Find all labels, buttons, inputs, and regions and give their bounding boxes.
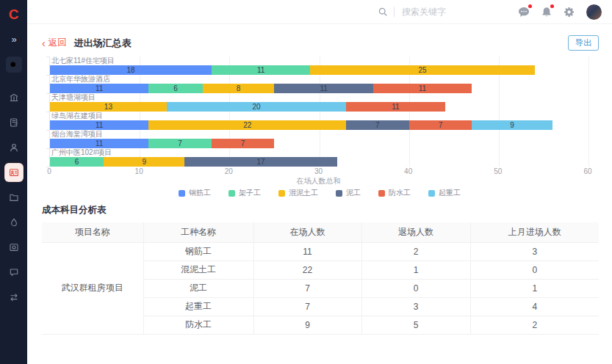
topbar bbox=[27, 0, 612, 24]
sidebar-item-card-circle[interactable] bbox=[5, 239, 23, 256]
sidebar-item-folder[interactable] bbox=[5, 189, 23, 206]
chart-x-axis-title: 在场人数总和 bbox=[49, 176, 588, 186]
cost-analysis-table: 项目名称工种名称在场人数退场人数上月进场人数 武汉群租房项目钢筋工1123混泥土… bbox=[42, 222, 599, 335]
notifications-bell-icon[interactable] bbox=[541, 7, 552, 18]
table-header-cell: 在场人数 bbox=[253, 222, 361, 242]
bar-category-label: 天津塘湖项目 bbox=[50, 93, 588, 102]
legend-swatch bbox=[278, 190, 285, 197]
search-divider bbox=[394, 7, 395, 17]
stacked-bar: 6917 bbox=[50, 157, 588, 167]
legend-swatch bbox=[428, 190, 435, 197]
bar-segment[interactable]: 11 bbox=[50, 120, 148, 130]
swap-icon bbox=[9, 292, 19, 302]
table-cell-entered_last_month: 1 bbox=[470, 279, 599, 297]
chart-category-block: 绿岛湖在建项目1122779 bbox=[50, 112, 588, 130]
chat-icon bbox=[9, 267, 19, 277]
topbar-icons bbox=[518, 4, 602, 20]
sidebar-item-swap[interactable] bbox=[5, 288, 23, 306]
project-name-cell: 武汉群租房项目 bbox=[42, 242, 143, 334]
global-search bbox=[378, 7, 483, 17]
table-cell-entered_last_month: 2 bbox=[470, 316, 599, 334]
table-header-cell: 退场人数 bbox=[361, 222, 470, 242]
chart-category-block: 北七家11#住宅项目181125 bbox=[50, 57, 588, 75]
bar-segment[interactable]: 18 bbox=[50, 65, 212, 75]
sidebar-item-user[interactable] bbox=[5, 139, 23, 156]
stacked-bar: 1122779 bbox=[50, 120, 588, 130]
bar-segment[interactable]: 13 bbox=[50, 102, 167, 112]
back-chevron-icon[interactable]: ‹ bbox=[42, 37, 46, 49]
bar-segment[interactable]: 20 bbox=[167, 102, 346, 112]
bar-segment[interactable]: 22 bbox=[148, 120, 346, 130]
stacked-bar: 11681111 bbox=[50, 84, 588, 93]
legend-item[interactable]: 架子工 bbox=[228, 188, 261, 198]
legend-item[interactable]: 泥工 bbox=[336, 188, 361, 198]
legend-label: 起重工 bbox=[439, 188, 461, 198]
notifications-badge bbox=[550, 4, 554, 8]
stacked-bar-chart: 北七家11#住宅项目181125北京年华旅游酒店11681111天津塘湖项目13… bbox=[42, 57, 597, 198]
table-cell-work_type: 混泥土工 bbox=[143, 261, 253, 279]
legend-label: 防水工 bbox=[389, 188, 411, 198]
sidebar-search-icon[interactable] bbox=[6, 57, 22, 73]
chart-category-block: 北京年华旅游酒店11681111 bbox=[50, 75, 588, 93]
bar-segment[interactable]: 9 bbox=[472, 120, 552, 130]
table-cell-exited: 0 bbox=[361, 279, 470, 297]
sidebar-item-building[interactable] bbox=[5, 89, 23, 106]
chart-x-axis: 0102030405060 bbox=[49, 167, 588, 176]
x-tick-label: 40 bbox=[404, 167, 412, 175]
bar-segment[interactable]: 11 bbox=[50, 84, 148, 93]
sidebar-expand-icon[interactable]: » bbox=[11, 34, 15, 45]
bar-segment[interactable]: 7 bbox=[346, 120, 409, 130]
x-tick-label: 60 bbox=[583, 167, 591, 175]
legend-swatch bbox=[378, 190, 385, 197]
settings-gear-icon[interactable] bbox=[564, 7, 575, 18]
bar-segment[interactable]: 7 bbox=[148, 139, 212, 148]
search-input[interactable] bbox=[402, 7, 483, 17]
legend-item[interactable]: 防水工 bbox=[378, 188, 411, 198]
bar-segment[interactable]: 7 bbox=[409, 120, 472, 130]
bar-segment[interactable]: 11 bbox=[50, 139, 148, 148]
bar-segment[interactable]: 25 bbox=[310, 65, 534, 75]
chart-plot-area: 北七家11#住宅项目181125北京年华旅游酒店11681111天津塘湖项目13… bbox=[49, 57, 588, 167]
legend-item[interactable]: 起重工 bbox=[428, 188, 461, 198]
search-icon[interactable] bbox=[378, 7, 388, 17]
sidebar-nav bbox=[5, 81, 23, 306]
bar-segment[interactable]: 11 bbox=[212, 65, 310, 75]
table-cell-exited: 2 bbox=[361, 242, 470, 261]
main-area: ‹ 返回 进出场汇总表 导出 北七家11#住宅项目181125北京年华旅游酒店1… bbox=[27, 0, 612, 364]
table-cell-exited: 3 bbox=[361, 297, 470, 316]
bar-segment[interactable]: 17 bbox=[184, 157, 337, 167]
bar-segment[interactable]: 9 bbox=[104, 157, 184, 167]
sidebar-item-chat[interactable] bbox=[5, 263, 23, 281]
table-cell-exited: 5 bbox=[361, 316, 470, 334]
bar-segment[interactable]: 7 bbox=[212, 139, 275, 148]
table-cell-on_site: 9 bbox=[253, 316, 361, 334]
messages-icon[interactable] bbox=[518, 7, 530, 18]
sidebar-item-id-card[interactable] bbox=[5, 164, 23, 181]
bar-segment[interactable]: 8 bbox=[203, 84, 275, 93]
table-cell-work_type: 泥工 bbox=[143, 279, 253, 297]
table-cell-on_site: 7 bbox=[253, 297, 361, 316]
table-row: 武汉群租房项目钢筋工1123 bbox=[42, 242, 599, 261]
user-avatar[interactable] bbox=[586, 4, 602, 20]
bar-segment[interactable]: 11 bbox=[346, 102, 444, 112]
table-cell-work_type: 起重工 bbox=[143, 297, 253, 316]
bar-segment[interactable]: 11 bbox=[274, 84, 372, 93]
legend-item[interactable]: 钢筋工 bbox=[179, 188, 211, 198]
export-button[interactable]: 导出 bbox=[568, 35, 599, 51]
legend-label: 架子工 bbox=[239, 188, 261, 198]
bar-segment[interactable]: 6 bbox=[50, 157, 104, 167]
x-tick-label: 0 bbox=[47, 167, 51, 175]
table-header-cell: 工种名称 bbox=[143, 222, 253, 242]
x-tick-label: 10 bbox=[135, 167, 143, 175]
back-link[interactable]: 返回 bbox=[48, 37, 67, 49]
bar-segment[interactable]: 6 bbox=[148, 84, 202, 93]
table-cell-on_site: 11 bbox=[253, 242, 361, 261]
bar-category-label: 绿岛湖在建项目 bbox=[50, 112, 588, 120]
chart-legend: 钢筋工架子工混泥土工泥工防水工起重工 bbox=[42, 188, 597, 198]
legend-item[interactable]: 混泥土工 bbox=[278, 188, 318, 198]
bar-segment[interactable]: 11 bbox=[373, 84, 472, 93]
sidebar-item-doc-edit[interactable] bbox=[5, 114, 23, 131]
card-circle-icon bbox=[9, 242, 19, 252]
sidebar-item-drop[interactable] bbox=[5, 214, 23, 231]
app-logo: C bbox=[5, 6, 23, 23]
